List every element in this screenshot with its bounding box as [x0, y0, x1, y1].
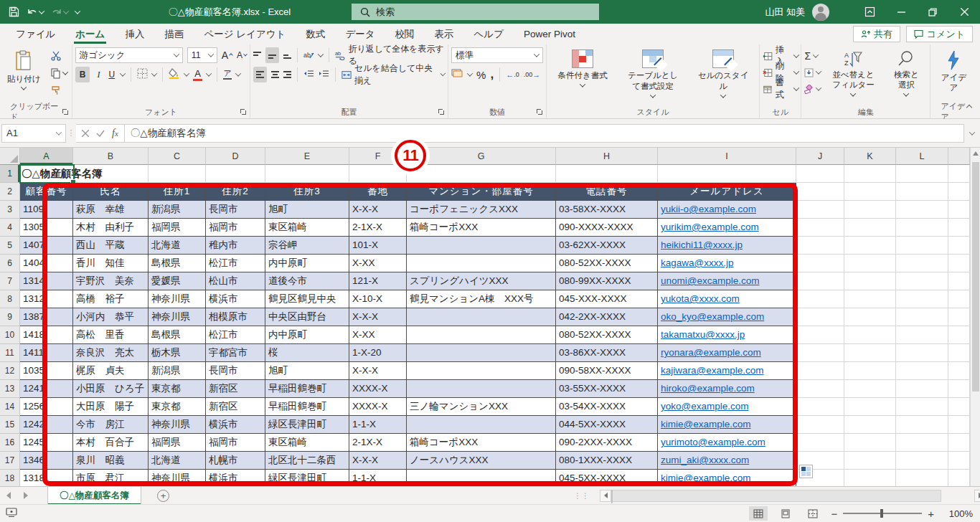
italic-button[interactable]: I	[94, 67, 103, 82]
cell[interactable]	[796, 165, 844, 183]
align-center-button[interactable]	[271, 67, 279, 82]
data-cell[interactable]: 神奈川県	[149, 416, 206, 434]
align-left-button[interactable]	[253, 67, 267, 82]
data-cell[interactable]: スプリングハイツXXX	[407, 272, 556, 290]
horizontal-scroll-thumb[interactable]	[611, 490, 613, 503]
data-cell[interactable]: 稚内市	[206, 237, 265, 255]
row-header-15[interactable]: 15	[0, 416, 20, 434]
cell[interactable]	[896, 344, 948, 362]
data-cell[interactable]: kimie@example.com	[658, 416, 796, 434]
cell[interactable]	[844, 219, 896, 237]
page-layout-view-button[interactable]	[776, 506, 795, 521]
data-cell[interactable]: 1-1-X	[349, 416, 407, 434]
column-header-B[interactable]: B	[73, 148, 149, 165]
copy-button[interactable]	[50, 66, 69, 80]
zoom-thumb[interactable]	[880, 509, 883, 518]
data-cell[interactable]: 小河内 恭平	[73, 308, 149, 326]
vertical-scroll-thumb[interactable]	[972, 162, 979, 392]
data-cell[interactable]: 緑区長津田町	[265, 470, 349, 486]
cancel-icon[interactable]	[82, 127, 89, 140]
avatar[interactable]	[812, 4, 829, 21]
data-cell[interactable]: 044-5XX-XXXX	[556, 416, 658, 434]
data-cell[interactable]: 桜	[265, 344, 349, 362]
data-cell[interactable]: 東京都	[149, 380, 206, 398]
table-header-1[interactable]: 顧客番号	[20, 183, 73, 201]
data-cell[interactable]: 101-X	[349, 237, 407, 255]
row-header-8[interactable]: 8	[0, 290, 20, 308]
user-name[interactable]: 山田 知美	[765, 6, 805, 19]
data-cell[interactable]: 木村 由利子	[73, 219, 149, 237]
cell[interactable]	[844, 452, 896, 470]
data-cell[interactable]: 03-62XX-XXXX	[556, 237, 658, 255]
data-cell[interactable]: 新宿区	[206, 380, 265, 398]
title-cell[interactable]: 〇△物産顧客名簿	[20, 165, 73, 183]
data-cell[interactable]: oko_kyo@example.com	[658, 308, 796, 326]
data-cell[interactable]: 1387	[20, 308, 73, 326]
data-cell[interactable]: 東区箱崎	[265, 219, 349, 237]
row-header-11[interactable]: 11	[0, 344, 20, 362]
accounting-format-button[interactable]	[451, 68, 463, 81]
data-cell[interactable]: 090-XXXX-XXXX	[556, 219, 658, 237]
data-cell[interactable]: 北区北十二条西	[265, 452, 349, 470]
undo-button[interactable]	[27, 7, 44, 17]
column-header-D[interactable]: D	[206, 148, 265, 165]
cell[interactable]	[896, 183, 948, 201]
column-header-I[interactable]: I	[658, 148, 796, 165]
font-name-select[interactable]: 游ゴシック	[75, 47, 183, 63]
page-break-view-button[interactable]	[804, 506, 822, 521]
data-cell[interactable]: 内中原町	[265, 326, 349, 344]
data-cell[interactable]: X-X-X	[349, 308, 407, 326]
email-link[interactable]: kagawa@xxxx.jp	[661, 257, 734, 268]
zoom-out-icon[interactable]: −	[831, 508, 837, 519]
table-header-2[interactable]: 氏名	[73, 183, 149, 201]
cell[interactable]	[796, 416, 844, 434]
font-dialog-launcher[interactable]	[240, 109, 247, 115]
cell[interactable]	[844, 380, 896, 398]
data-cell[interactable]: 東区箱崎	[265, 434, 349, 452]
close-button[interactable]	[948, 0, 980, 24]
table-header-9[interactable]: メールアドレス	[658, 183, 796, 201]
data-cell[interactable]: yoko@example.com	[658, 398, 796, 416]
column-header-H[interactable]: H	[556, 148, 658, 165]
clear-button[interactable]	[804, 82, 821, 96]
tab-splitter[interactable]: ⋮⋮	[574, 492, 590, 500]
data-cell[interactable]: 1109	[20, 201, 73, 219]
redo-button[interactable]	[51, 7, 68, 17]
align-top-button[interactable]	[253, 47, 261, 63]
email-link[interactable]: yurimoto@example.com	[661, 437, 765, 447]
data-cell[interactable]: kagawa@xxxx.jp	[658, 255, 796, 272]
zoom-in-icon[interactable]: +	[928, 508, 934, 519]
row-header-13[interactable]: 13	[0, 380, 20, 398]
font-color-button[interactable]: A	[193, 69, 202, 81]
data-cell[interactable]: 泉川 昭義	[73, 452, 149, 470]
data-cell[interactable]: X-XX	[349, 255, 407, 272]
restore-button[interactable]	[917, 0, 948, 24]
autosum-button[interactable]: Σ	[804, 49, 821, 63]
data-cell[interactable]: hiroko@example.com	[658, 380, 796, 398]
data-cell[interactable]: 福岡県	[149, 434, 206, 452]
data-cell[interactable]: 神奈川県	[149, 470, 206, 486]
email-link[interactable]: hiroko@example.com	[661, 383, 755, 394]
conditional-formatting-button[interactable]: 条件付き書式	[550, 47, 616, 90]
data-cell[interactable]: 横浜市	[206, 470, 265, 486]
data-cell[interactable]: 大田原 陽子	[73, 398, 149, 416]
tab-描画[interactable]: 描画	[154, 24, 194, 44]
cell[interactable]	[844, 201, 896, 219]
cell[interactable]	[844, 416, 896, 434]
data-cell[interactable]: yukii-o@example.com	[658, 201, 796, 219]
data-cell[interactable]	[407, 380, 556, 398]
row-header-17[interactable]: 17	[0, 452, 20, 470]
cell[interactable]	[948, 470, 970, 486]
tab-ヘルプ[interactable]: ヘルプ	[464, 24, 514, 44]
decrease-font-button[interactable]: A	[237, 47, 247, 63]
cell[interactable]	[796, 183, 844, 201]
cell-styles-button[interactable]: セルのスタイル	[690, 47, 756, 100]
cell[interactable]	[948, 452, 970, 470]
cell[interactable]	[796, 290, 844, 308]
data-cell[interactable]: 宗谷岬	[265, 237, 349, 255]
cell[interactable]	[796, 398, 844, 416]
cell[interactable]	[844, 434, 896, 452]
data-cell[interactable]: 箱崎コーポXXX	[407, 434, 556, 452]
table-header-5[interactable]: 住所3	[265, 183, 349, 201]
data-cell[interactable]: yurimoto@example.com	[658, 434, 796, 452]
